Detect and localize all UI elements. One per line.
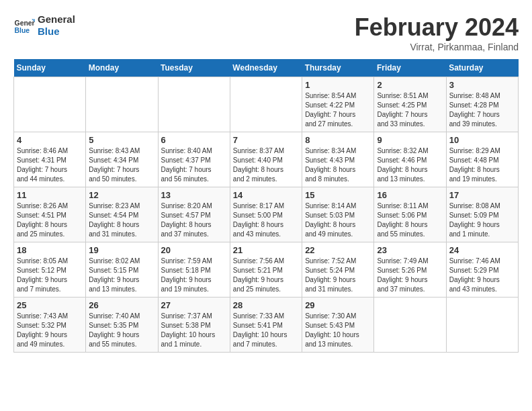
calendar-cell: 23Sunrise: 7:49 AM Sunset: 5:26 PM Dayli… [374,242,446,298]
calendar-cell: 1Sunrise: 8:54 AM Sunset: 4:22 PM Daylig… [302,77,374,132]
calendar-cell: 14Sunrise: 8:17 AM Sunset: 5:00 PM Dayli… [230,187,302,242]
calendar-cell: 7Sunrise: 8:37 AM Sunset: 4:40 PM Daylig… [230,132,302,187]
calendar-cell: 17Sunrise: 8:08 AM Sunset: 5:09 PM Dayli… [446,187,518,242]
logo-icon: General Blue [13,15,35,36]
calendar-cell: 10Sunrise: 8:29 AM Sunset: 4:48 PM Dayli… [446,132,518,187]
day-number: 17 [449,190,515,200]
day-info: Sunrise: 7:52 AM Sunset: 5:24 PM Dayligh… [305,257,371,294]
calendar-week-row: 25Sunrise: 7:43 AM Sunset: 5:32 PM Dayli… [14,298,519,353]
calendar-cell: 8Sunrise: 8:34 AM Sunset: 4:43 PM Daylig… [302,132,374,187]
day-number: 29 [305,300,371,310]
day-info: Sunrise: 7:40 AM Sunset: 5:35 PM Dayligh… [89,312,154,349]
calendar-cell: 15Sunrise: 8:14 AM Sunset: 5:03 PM Dayli… [302,187,374,242]
location-subtitle: Virrat, Pirkanmaa, Finland [355,42,519,52]
day-info: Sunrise: 8:40 AM Sunset: 4:37 PM Dayligh… [161,146,227,184]
day-header-thursday: Thursday [302,59,374,77]
header: General Blue General Blue February 2024 … [13,13,519,52]
day-number: 3 [449,80,515,90]
day-header-friday: Friday [374,59,446,77]
day-number: 19 [89,245,154,255]
day-number: 24 [449,245,515,255]
month-title: February 2024 [355,13,519,42]
calendar-cell: 5Sunrise: 8:43 AM Sunset: 4:34 PM Daylig… [86,132,158,187]
day-number: 16 [377,190,443,200]
calendar-cell: 13Sunrise: 8:20 AM Sunset: 4:57 PM Dayli… [158,187,230,242]
day-info: Sunrise: 7:37 AM Sunset: 5:38 PM Dayligh… [161,312,227,349]
logo-general-text: General [38,13,75,26]
day-number: 5 [89,135,154,145]
day-number: 14 [233,190,299,200]
day-info: Sunrise: 8:26 AM Sunset: 4:51 PM Dayligh… [17,201,83,239]
day-number: 22 [305,245,371,255]
day-info: Sunrise: 7:59 AM Sunset: 5:18 PM Dayligh… [161,257,227,294]
day-info: Sunrise: 8:48 AM Sunset: 4:28 PM Dayligh… [449,91,515,129]
day-info: Sunrise: 8:20 AM Sunset: 4:57 PM Dayligh… [161,201,227,239]
calendar-week-row: 11Sunrise: 8:26 AM Sunset: 4:51 PM Dayli… [14,187,519,242]
calendar-cell: 26Sunrise: 7:40 AM Sunset: 5:35 PM Dayli… [86,298,158,353]
day-info: Sunrise: 7:56 AM Sunset: 5:21 PM Dayligh… [233,257,299,294]
calendar-cell: 22Sunrise: 7:52 AM Sunset: 5:24 PM Dayli… [302,242,374,298]
day-number: 21 [233,245,299,255]
calendar-week-row: 18Sunrise: 8:05 AM Sunset: 5:12 PM Dayli… [14,242,519,298]
day-number: 9 [377,135,443,145]
calendar-cell: 20Sunrise: 7:59 AM Sunset: 5:18 PM Dayli… [158,242,230,298]
calendar-cell: 29Sunrise: 7:30 AM Sunset: 5:43 PM Dayli… [302,298,374,353]
day-number: 6 [161,135,227,145]
day-number: 10 [449,135,515,145]
day-number: 4 [17,135,83,145]
day-info: Sunrise: 8:23 AM Sunset: 4:54 PM Dayligh… [89,201,154,239]
calendar-cell: 4Sunrise: 8:46 AM Sunset: 4:31 PM Daylig… [14,132,86,187]
day-number: 2 [377,80,443,90]
day-info: Sunrise: 7:43 AM Sunset: 5:32 PM Dayligh… [17,312,83,349]
calendar-cell [86,77,158,132]
day-number: 26 [89,300,154,310]
calendar-cell: 16Sunrise: 8:11 AM Sunset: 5:06 PM Dayli… [374,187,446,242]
day-info: Sunrise: 7:30 AM Sunset: 5:43 PM Dayligh… [305,312,371,349]
day-number: 28 [233,300,299,310]
calendar-week-row: 1Sunrise: 8:54 AM Sunset: 4:22 PM Daylig… [14,77,519,132]
calendar-cell [230,77,302,132]
day-info: Sunrise: 8:08 AM Sunset: 5:09 PM Dayligh… [449,201,515,239]
day-number: 11 [17,190,83,200]
day-number: 12 [89,190,154,200]
day-number: 23 [377,245,443,255]
calendar-cell: 9Sunrise: 8:32 AM Sunset: 4:46 PM Daylig… [374,132,446,187]
day-number: 1 [305,80,371,90]
title-section: February 2024 Virrat, Pirkanmaa, Finland [355,13,519,52]
logo: General Blue General Blue [13,13,75,38]
day-header-monday: Monday [86,59,158,77]
day-number: 27 [161,300,227,310]
logo-blue-text: Blue [38,26,75,38]
calendar-cell: 12Sunrise: 8:23 AM Sunset: 4:54 PM Dayli… [86,187,158,242]
day-info: Sunrise: 8:54 AM Sunset: 4:22 PM Dayligh… [305,91,371,129]
calendar-cell [374,298,446,353]
calendar-cell: 2Sunrise: 8:51 AM Sunset: 4:25 PM Daylig… [374,77,446,132]
calendar-cell [158,77,230,132]
svg-text:General: General [15,19,35,27]
calendar-cell: 28Sunrise: 7:33 AM Sunset: 5:41 PM Dayli… [230,298,302,353]
day-info: Sunrise: 8:51 AM Sunset: 4:25 PM Dayligh… [377,91,443,129]
day-header-tuesday: Tuesday [158,59,230,77]
day-info: Sunrise: 8:34 AM Sunset: 4:43 PM Dayligh… [305,146,371,184]
calendar-cell: 25Sunrise: 7:43 AM Sunset: 5:32 PM Dayli… [14,298,86,353]
calendar-cell: 3Sunrise: 8:48 AM Sunset: 4:28 PM Daylig… [446,77,518,132]
day-info: Sunrise: 8:11 AM Sunset: 5:06 PM Dayligh… [377,201,443,239]
day-info: Sunrise: 8:37 AM Sunset: 4:40 PM Dayligh… [233,146,299,184]
calendar-cell: 19Sunrise: 8:02 AM Sunset: 5:15 PM Dayli… [86,242,158,298]
calendar-cell [14,77,86,132]
calendar-cell [446,298,518,353]
day-info: Sunrise: 8:32 AM Sunset: 4:46 PM Dayligh… [377,146,443,184]
day-info: Sunrise: 8:17 AM Sunset: 5:00 PM Dayligh… [233,201,299,239]
calendar-cell: 27Sunrise: 7:37 AM Sunset: 5:38 PM Dayli… [158,298,230,353]
day-info: Sunrise: 7:46 AM Sunset: 5:29 PM Dayligh… [449,257,515,294]
day-info: Sunrise: 8:43 AM Sunset: 4:34 PM Dayligh… [89,146,154,184]
calendar-header-row: SundayMondayTuesdayWednesdayThursdayFrid… [14,59,519,77]
svg-text:Blue: Blue [15,27,30,34]
calendar-cell: 18Sunrise: 8:05 AM Sunset: 5:12 PM Dayli… [14,242,86,298]
day-number: 25 [17,300,83,310]
day-info: Sunrise: 8:05 AM Sunset: 5:12 PM Dayligh… [17,257,83,294]
calendar-cell: 24Sunrise: 7:46 AM Sunset: 5:29 PM Dayli… [446,242,518,298]
day-header-sunday: Sunday [14,59,86,77]
day-number: 8 [305,135,371,145]
day-info: Sunrise: 8:46 AM Sunset: 4:31 PM Dayligh… [17,146,83,184]
